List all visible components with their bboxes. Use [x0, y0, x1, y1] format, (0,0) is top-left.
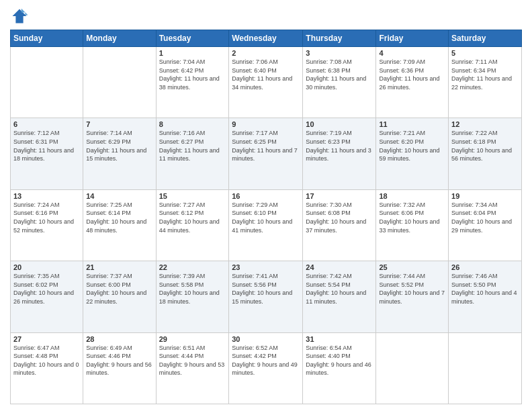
calendar-cell: 3Sunrise: 7:08 AM Sunset: 6:38 PM Daylig… — [303, 47, 376, 118]
day-info: Sunrise: 7:46 AM Sunset: 5:50 PM Dayligh… — [451, 272, 519, 306]
calendar-cell: 9Sunrise: 7:17 AM Sunset: 6:25 PM Daylig… — [229, 118, 303, 189]
day-number: 18 — [379, 192, 445, 200]
day-number: 15 — [159, 192, 226, 200]
day-info: Sunrise: 7:12 AM Sunset: 6:31 PM Dayligh… — [13, 129, 80, 163]
day-number: 3 — [306, 49, 373, 57]
calendar-cell: 24Sunrise: 7:42 AM Sunset: 5:54 PM Dayli… — [303, 261, 376, 332]
day-info: Sunrise: 7:14 AM Sunset: 6:29 PM Dayligh… — [86, 129, 152, 163]
day-number: 21 — [86, 263, 152, 271]
day-info: Sunrise: 7:30 AM Sunset: 6:08 PM Dayligh… — [306, 201, 373, 234]
weekday-header-thursday: Thursday — [303, 30, 376, 47]
calendar-cell: 20Sunrise: 7:35 AM Sunset: 6:02 PM Dayli… — [11, 261, 83, 332]
day-number: 22 — [159, 263, 226, 271]
day-info: Sunrise: 7:34 AM Sunset: 6:04 PM Dayligh… — [451, 201, 519, 234]
weekday-header-wednesday: Wednesday — [229, 30, 303, 47]
calendar-cell: 2Sunrise: 7:06 AM Sunset: 6:40 PM Daylig… — [229, 47, 303, 118]
day-number: 23 — [232, 263, 300, 271]
day-info: Sunrise: 7:25 AM Sunset: 6:14 PM Dayligh… — [86, 201, 152, 234]
weekday-header-monday: Monday — [83, 30, 156, 47]
calendar-cell: 31Sunrise: 6:54 AM Sunset: 4:40 PM Dayli… — [303, 332, 376, 404]
calendar-cell: 11Sunrise: 7:21 AM Sunset: 6:20 PM Dayli… — [376, 118, 449, 189]
day-info: Sunrise: 7:37 AM Sunset: 6:00 PM Dayligh… — [86, 272, 152, 306]
calendar-cell — [11, 47, 83, 118]
calendar-cell: 18Sunrise: 7:32 AM Sunset: 6:06 PM Dayli… — [376, 189, 449, 261]
calendar-cell — [449, 332, 522, 404]
calendar-cell: 30Sunrise: 6:52 AM Sunset: 4:42 PM Dayli… — [229, 332, 303, 404]
day-number: 2 — [232, 49, 300, 57]
calendar-cell: 17Sunrise: 7:30 AM Sunset: 6:08 PM Dayli… — [303, 189, 376, 261]
calendar-cell: 8Sunrise: 7:16 AM Sunset: 6:27 PM Daylig… — [156, 118, 229, 189]
day-number: 25 — [379, 263, 445, 271]
day-info: Sunrise: 7:16 AM Sunset: 6:27 PM Dayligh… — [159, 129, 226, 163]
day-number: 1 — [159, 49, 226, 57]
day-number: 11 — [379, 120, 445, 128]
day-number: 30 — [232, 335, 300, 343]
day-number: 17 — [306, 192, 373, 200]
calendar-cell: 23Sunrise: 7:41 AM Sunset: 5:56 PM Dayli… — [229, 261, 303, 332]
calendar-cell: 5Sunrise: 7:11 AM Sunset: 6:34 PM Daylig… — [449, 47, 522, 118]
day-info: Sunrise: 7:29 AM Sunset: 6:10 PM Dayligh… — [232, 201, 300, 234]
calendar-table: SundayMondayTuesdayWednesdayThursdayFrid… — [10, 30, 522, 404]
day-number: 12 — [451, 120, 519, 128]
day-number: 5 — [451, 49, 519, 57]
day-info: Sunrise: 7:06 AM Sunset: 6:40 PM Dayligh… — [232, 58, 300, 91]
calendar-cell: 29Sunrise: 6:51 AM Sunset: 4:44 PM Dayli… — [156, 332, 229, 404]
day-number: 8 — [159, 120, 226, 128]
weekday-header-friday: Friday — [376, 30, 449, 47]
day-info: Sunrise: 7:44 AM Sunset: 5:52 PM Dayligh… — [379, 272, 445, 306]
logo — [10, 7, 32, 26]
day-number: 20 — [13, 263, 80, 271]
calendar-cell: 25Sunrise: 7:44 AM Sunset: 5:52 PM Dayli… — [376, 261, 449, 332]
calendar-cell: 28Sunrise: 6:49 AM Sunset: 4:46 PM Dayli… — [83, 332, 156, 404]
day-info: Sunrise: 7:32 AM Sunset: 6:06 PM Dayligh… — [379, 201, 445, 234]
calendar-cell — [83, 47, 156, 118]
weekday-header-sunday: Sunday — [11, 30, 83, 47]
day-info: Sunrise: 7:17 AM Sunset: 6:25 PM Dayligh… — [232, 129, 300, 163]
day-info: Sunrise: 7:11 AM Sunset: 6:34 PM Dayligh… — [451, 58, 519, 91]
day-info: Sunrise: 7:42 AM Sunset: 5:54 PM Dayligh… — [306, 272, 373, 306]
day-number: 19 — [451, 192, 519, 200]
day-info: Sunrise: 7:35 AM Sunset: 6:02 PM Dayligh… — [13, 272, 80, 306]
day-info: Sunrise: 7:09 AM Sunset: 6:36 PM Dayligh… — [379, 58, 445, 91]
day-info: Sunrise: 7:22 AM Sunset: 6:18 PM Dayligh… — [451, 129, 519, 163]
day-number: 10 — [306, 120, 373, 128]
day-number: 6 — [13, 120, 80, 128]
calendar-cell: 26Sunrise: 7:46 AM Sunset: 5:50 PM Dayli… — [449, 261, 522, 332]
calendar-cell: 1Sunrise: 7:04 AM Sunset: 6:42 PM Daylig… — [156, 47, 229, 118]
day-info: Sunrise: 7:24 AM Sunset: 6:16 PM Dayligh… — [13, 201, 80, 234]
calendar-cell: 13Sunrise: 7:24 AM Sunset: 6:16 PM Dayli… — [11, 189, 83, 261]
day-info: Sunrise: 6:52 AM Sunset: 4:42 PM Dayligh… — [232, 344, 300, 377]
weekday-header-tuesday: Tuesday — [156, 30, 229, 47]
day-info: Sunrise: 7:08 AM Sunset: 6:38 PM Dayligh… — [306, 58, 373, 91]
day-info: Sunrise: 7:04 AM Sunset: 6:42 PM Dayligh… — [159, 58, 226, 91]
day-number: 16 — [232, 192, 300, 200]
day-number: 26 — [451, 263, 519, 271]
day-info: Sunrise: 6:49 AM Sunset: 4:46 PM Dayligh… — [86, 344, 152, 377]
day-info: Sunrise: 7:21 AM Sunset: 6:20 PM Dayligh… — [379, 129, 445, 163]
weekday-header-saturday: Saturday — [449, 30, 522, 47]
day-info: Sunrise: 7:27 AM Sunset: 6:12 PM Dayligh… — [159, 201, 226, 234]
logo-icon — [10, 7, 29, 26]
calendar-cell: 22Sunrise: 7:39 AM Sunset: 5:58 PM Dayli… — [156, 261, 229, 332]
calendar-cell: 15Sunrise: 7:27 AM Sunset: 6:12 PM Dayli… — [156, 189, 229, 261]
day-number: 24 — [306, 263, 373, 271]
day-number: 31 — [306, 335, 373, 343]
day-info: Sunrise: 6:47 AM Sunset: 4:48 PM Dayligh… — [13, 344, 80, 377]
day-info: Sunrise: 7:19 AM Sunset: 6:23 PM Dayligh… — [306, 129, 373, 163]
day-number: 7 — [86, 120, 152, 128]
day-number: 27 — [13, 335, 80, 343]
calendar-cell: 19Sunrise: 7:34 AM Sunset: 6:04 PM Dayli… — [449, 189, 522, 261]
calendar-cell: 16Sunrise: 7:29 AM Sunset: 6:10 PM Dayli… — [229, 189, 303, 261]
day-number: 14 — [86, 192, 152, 200]
calendar-cell: 6Sunrise: 7:12 AM Sunset: 6:31 PM Daylig… — [11, 118, 83, 189]
calendar-cell: 27Sunrise: 6:47 AM Sunset: 4:48 PM Dayli… — [11, 332, 83, 404]
day-number: 13 — [13, 192, 80, 200]
calendar-cell: 10Sunrise: 7:19 AM Sunset: 6:23 PM Dayli… — [303, 118, 376, 189]
day-info: Sunrise: 6:51 AM Sunset: 4:44 PM Dayligh… — [159, 344, 226, 377]
day-info: Sunrise: 7:39 AM Sunset: 5:58 PM Dayligh… — [159, 272, 226, 306]
calendar-cell: 21Sunrise: 7:37 AM Sunset: 6:00 PM Dayli… — [83, 261, 156, 332]
day-info: Sunrise: 6:54 AM Sunset: 4:40 PM Dayligh… — [306, 344, 373, 377]
day-number: 9 — [232, 120, 300, 128]
calendar-cell — [376, 332, 449, 404]
day-number: 4 — [379, 49, 445, 57]
